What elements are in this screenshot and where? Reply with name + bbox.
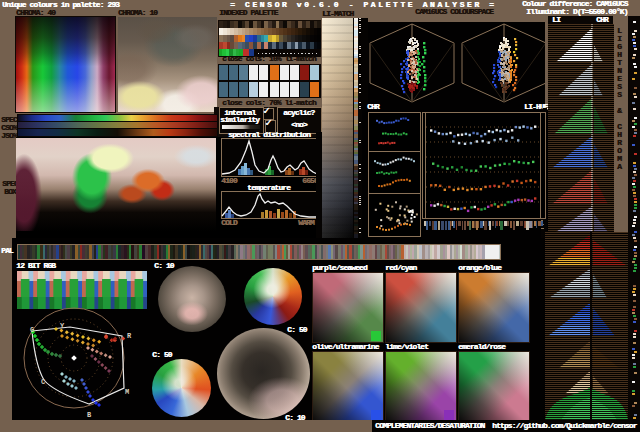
svg-text:B: B bbox=[87, 411, 92, 419]
svg-text:C: C bbox=[41, 378, 45, 386]
svg-text:R: R bbox=[127, 332, 132, 340]
svg-text:G: G bbox=[30, 326, 34, 334]
svg-text:M: M bbox=[125, 388, 129, 396]
svg-text:Y: Y bbox=[60, 322, 65, 330]
